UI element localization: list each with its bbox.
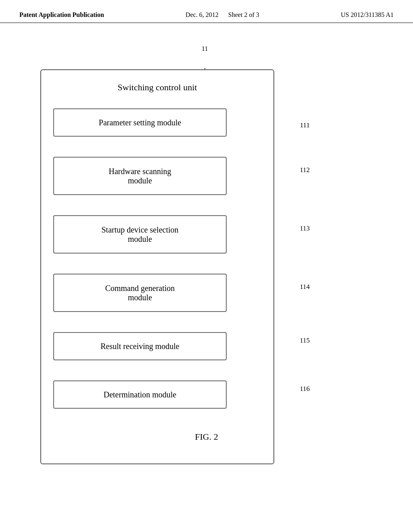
ref-113: 113 [300,224,310,233]
figure-caption: FIG. 2 [0,432,413,442]
outer-box-label: 11 [202,45,208,52]
module-hardware-scanning: Hardware scanning module [53,157,227,195]
ref-116: 116 [300,385,310,393]
outer-box-title: Switching control unit [41,82,273,93]
module-result-receiving: Result receiving module [53,332,227,360]
ref-111: 111 [300,121,310,129]
ref-112: 112 [300,166,310,174]
outer-box: Switching control unit Parameter setting… [40,69,274,464]
header-publication-label: Patent Application Publication [19,11,104,19]
module-startup-device-selection: Startup device selection module [53,215,227,254]
module-parameter-setting: Parameter setting module [53,108,227,137]
diagram-area: 11 Switching control unit Parameter sett… [0,23,413,466]
ref-115: 115 [300,337,310,345]
module-determination: Determination module [53,380,227,409]
header-patent-number: US 2012/311385 A1 [341,11,394,19]
page-header: Patent Application Publication Dec. 6, 2… [0,0,413,23]
header-sheet: Sheet 2 of 3 [228,11,259,18]
header-date-sheet: Dec. 6, 2012 Sheet 2 of 3 [186,11,259,19]
header-date: Dec. 6, 2012 [186,11,219,18]
module-command-generation: Command generation module [53,274,227,312]
ref-114: 114 [300,283,310,291]
